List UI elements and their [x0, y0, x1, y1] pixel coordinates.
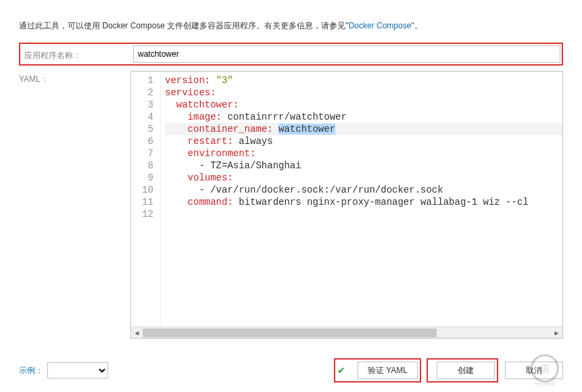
line-number: 8	[131, 160, 153, 172]
app-name-input[interactable]	[133, 45, 560, 63]
line-number: 2	[131, 87, 153, 99]
code-line[interactable]: container_name: watchtower	[165, 123, 562, 135]
code-line[interactable]: environment:	[165, 147, 562, 160]
code-line[interactable]: - /var/run/docker.sock:/var/run/docker.s…	[165, 184, 562, 196]
example-label: 示例：	[19, 365, 43, 376]
cancel-button[interactable]: 取消	[505, 362, 563, 379]
code-line[interactable]: - TZ=Asia/Shanghai	[165, 160, 562, 172]
line-number: 4	[131, 111, 153, 123]
check-icon: ✔	[337, 365, 345, 376]
create-button[interactable]: 创建	[437, 362, 495, 379]
line-number: 10	[131, 184, 153, 196]
intro-suffix: "。	[411, 21, 422, 30]
line-number: 7	[131, 147, 153, 160]
code-line[interactable]: watchtower:	[165, 99, 562, 111]
line-number: 12	[131, 208, 153, 220]
line-number: 1	[131, 74, 153, 87]
editor-code[interactable]: version: "3"services: watchtower: image:…	[161, 72, 562, 326]
scroll-track[interactable]	[143, 327, 551, 338]
line-number: 11	[131, 196, 153, 208]
example-select[interactable]	[47, 362, 108, 378]
line-number: 6	[131, 135, 153, 147]
code-line[interactable]: volumes:	[165, 172, 562, 184]
scroll-right-icon[interactable]: ►	[551, 327, 562, 339]
code-line[interactable]: command: bitwardenrs nginx-proxy-manager…	[165, 196, 562, 208]
validate-yaml-button[interactable]: 验证 YAML	[358, 362, 418, 379]
scroll-left-icon[interactable]: ◄	[131, 327, 143, 339]
code-line[interactable]: services:	[165, 87, 562, 99]
yaml-editor[interactable]: 123456789101112 version: "3"services: wa…	[130, 71, 563, 339]
intro-prefix: 通过此工具，可以使用 Docker Compose 文件创建多容器应用程序。有关…	[19, 21, 349, 30]
line-number: 5	[131, 123, 153, 135]
code-line[interactable]: restart: always	[165, 135, 562, 147]
docker-compose-link[interactable]: Docker Compose	[349, 21, 412, 30]
horizontal-scrollbar[interactable]: ◄ ►	[131, 326, 562, 338]
app-name-label: 应用程序名称：	[22, 47, 133, 62]
code-line[interactable]: version: "3"	[165, 74, 562, 87]
intro-text: 通过此工具，可以使用 Docker Compose 文件创建多容器应用程序。有关…	[19, 20, 563, 32]
code-line[interactable]: image: containrrr/watchtower	[165, 111, 562, 123]
line-number: 9	[131, 172, 153, 184]
line-number: 3	[131, 99, 153, 111]
yaml-label: YAML：	[19, 71, 130, 339]
editor-gutter: 123456789101112	[131, 72, 161, 326]
code-line[interactable]	[165, 208, 562, 220]
scroll-thumb[interactable]	[143, 328, 437, 337]
